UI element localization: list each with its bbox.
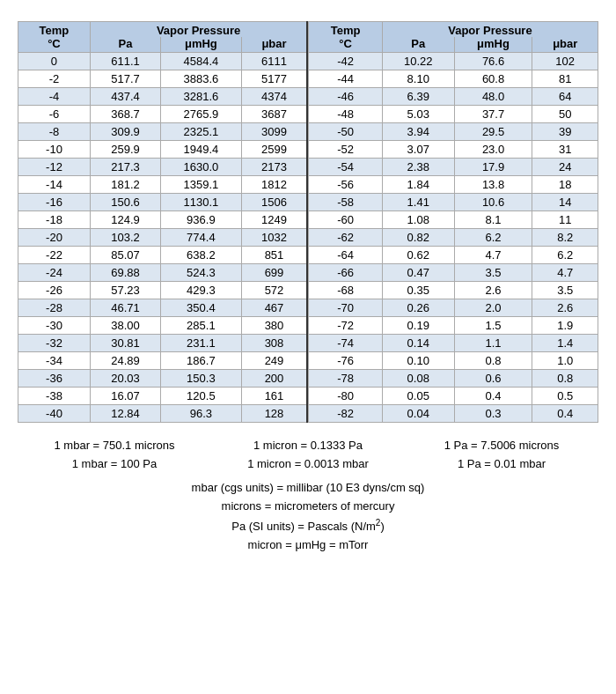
- table-cell: 128: [241, 405, 307, 423]
- table-cell: 8.10: [382, 70, 454, 88]
- table-cell: -4: [18, 88, 91, 106]
- table-cell: -38: [18, 388, 91, 405]
- table-row: -2469.88524.3699: [18, 264, 308, 282]
- conversion-cell: 1 mbar = 100 Pa: [18, 457, 211, 470]
- table-cell: 1812: [241, 176, 307, 194]
- table-cell: -44: [309, 70, 383, 88]
- table-cell: 8.2: [532, 229, 598, 247]
- table-cell: 4374: [241, 88, 307, 106]
- right-header-bottom: °C Pa μmHg μbar: [309, 37, 598, 53]
- table-cell: -76: [309, 352, 383, 370]
- table-cell: 1630.0: [161, 159, 242, 176]
- right-table: Temp Vapor Pressure °C Pa μmHg μbar -421…: [308, 21, 598, 423]
- table-cell: 285.1: [161, 317, 242, 335]
- table-cell: 30.81: [90, 335, 160, 352]
- table-cell: 181.2: [90, 176, 160, 194]
- table-cell: 31: [532, 141, 598, 159]
- table-cell: -34: [18, 352, 91, 370]
- table-cell: 774.4: [161, 229, 242, 247]
- table-row: -2657.23429.3572: [18, 282, 308, 299]
- table-cell: 14: [532, 194, 598, 211]
- table-cell: 380: [241, 317, 307, 335]
- conversion-cell: 1 micron = 0.1333 Pa: [211, 439, 405, 452]
- table-row: -4012.8496.3128: [18, 405, 308, 423]
- table-cell: 437.4: [90, 88, 160, 106]
- table-cell: 699: [241, 264, 307, 282]
- table-cell: 308: [241, 335, 307, 352]
- table-cell: 3099: [241, 123, 307, 141]
- table-cell: 24.89: [90, 352, 160, 370]
- table-cell: 3.5: [532, 282, 598, 299]
- table-row: -14181.21359.11812: [18, 176, 308, 194]
- left-col-c: °C: [18, 37, 91, 53]
- table-cell: 1.0: [532, 352, 598, 370]
- definitions-section: mbar (cgs units) = millibar (10 E3 dyns/…: [18, 479, 598, 555]
- table-cell: 0.19: [382, 317, 454, 335]
- table-cell: 517.7: [90, 70, 160, 88]
- table-cell: 0.05: [382, 388, 454, 405]
- table-row: -780.080.60.8: [309, 370, 598, 388]
- table-cell: -16: [18, 194, 91, 211]
- table-cell: -54: [309, 159, 383, 176]
- table-cell: 5177: [241, 70, 307, 88]
- table-cell: -12: [18, 159, 91, 176]
- right-col-pa: Pa: [382, 37, 454, 53]
- table-row: -660.473.54.7: [309, 264, 598, 282]
- table-cell: 0.47: [382, 264, 454, 282]
- table-cell: -56: [309, 176, 383, 194]
- left-vapor-pressure-header: Vapor Pressure: [90, 22, 307, 38]
- table-row: -2846.71350.4467: [18, 299, 308, 317]
- left-header-bottom: °C Pa μmHg μbar: [18, 37, 308, 53]
- table-cell: -50: [309, 123, 383, 141]
- table-cell: 467: [241, 299, 307, 317]
- table-cell: 0.8: [454, 352, 532, 370]
- table-cell: 231.1: [161, 335, 242, 352]
- table-row: -466.3948.064: [309, 88, 598, 106]
- table-cell: 0.04: [382, 405, 454, 423]
- table-cell: 2599: [241, 141, 307, 159]
- table-cell: -66: [309, 264, 383, 282]
- table-row: -820.040.30.4: [309, 405, 598, 423]
- table-cell: -64: [309, 247, 383, 264]
- left-table: Temp Vapor Pressure °C Pa μmHg μbar 0611…: [18, 21, 308, 423]
- table-row: -485.0337.750: [309, 106, 598, 123]
- table-row: -16150.61130.11506: [18, 194, 308, 211]
- table-row: -6368.72765.93687: [18, 106, 308, 123]
- table-cell: 10.6: [454, 194, 532, 211]
- table-cell: -42: [309, 53, 383, 70]
- conversion-cell: 1 Pa = 7.5006 microns: [405, 439, 598, 452]
- table-row: -3230.81231.1308: [18, 335, 308, 352]
- table-cell: -80: [309, 388, 383, 405]
- table-cell: 8.1: [454, 211, 532, 229]
- right-col-temp-header: Temp: [309, 22, 383, 38]
- table-cell: -58: [309, 194, 383, 211]
- table-cell: 3.07: [382, 141, 454, 159]
- conversion-row: 1 mbar = 100 Pa1 micron = 0.0013 mbar1 P…: [18, 457, 598, 470]
- conversion-cell: 1 micron = 0.0013 mbar: [211, 457, 405, 470]
- table-row: -3038.00285.1380: [18, 317, 308, 335]
- conversion-row: 1 mbar = 750.1 microns1 micron = 0.1333 …: [18, 439, 598, 452]
- table-row: -503.9429.539: [309, 123, 598, 141]
- table-row: -2517.73883.65177: [18, 70, 308, 88]
- table-cell: 2173: [241, 159, 307, 176]
- table-row: -640.624.76.2: [309, 247, 598, 264]
- table-cell: 2.0: [454, 299, 532, 317]
- table-row: -800.050.40.5: [309, 388, 598, 405]
- table-row: -680.352.63.5: [309, 282, 598, 299]
- table-cell: 3687: [241, 106, 307, 123]
- table-cell: 39: [532, 123, 598, 141]
- table-cell: -22: [18, 247, 91, 264]
- right-col-ubar: μbar: [532, 37, 598, 53]
- table-cell: 309.9: [90, 123, 160, 141]
- table-cell: 29.5: [454, 123, 532, 141]
- table-row: -3816.07120.5161: [18, 388, 308, 405]
- table-cell: 1.1: [454, 335, 532, 352]
- table-cell: 96.3: [161, 405, 242, 423]
- table-cell: 611.1: [90, 53, 160, 70]
- table-row: -620.826.28.2: [309, 229, 598, 247]
- table-cell: 120.5: [161, 388, 242, 405]
- table-cell: 1.08: [382, 211, 454, 229]
- table-row: -581.4110.614: [309, 194, 598, 211]
- table-cell: 4584.4: [161, 53, 242, 70]
- table-cell: 1249: [241, 211, 307, 229]
